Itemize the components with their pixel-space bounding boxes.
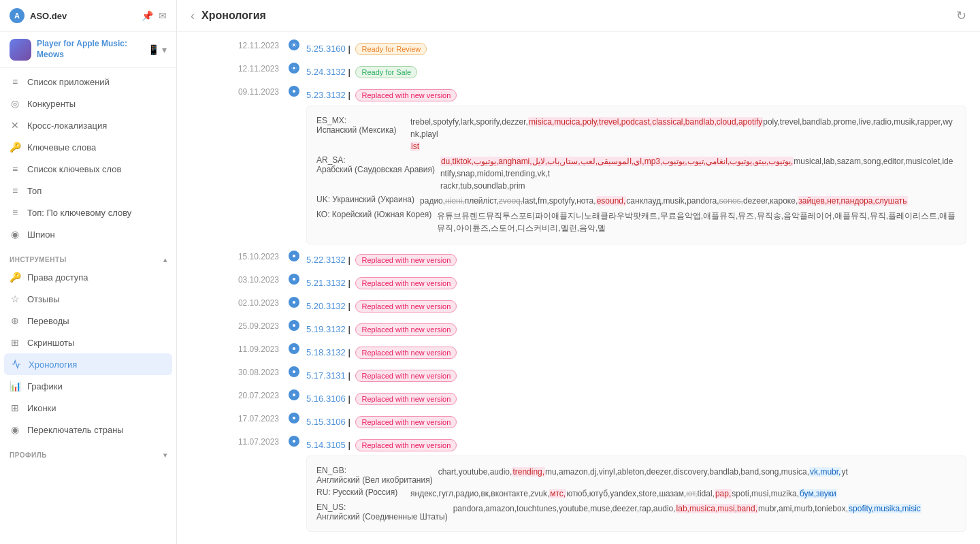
sidebar-item-country[interactable]: ◉ Переключатель страны (0, 419, 176, 441)
timeline-dot (289, 413, 299, 423)
timeline-entry: 12.11.2023 5.24.3132 | Ready for Sale (218, 62, 966, 80)
locale-label: AR_SA:Арабский (Саудовская Аравия) (316, 155, 435, 192)
entry-content: 5.25.3160 | Ready for Review (306, 39, 966, 57)
status-badge: Replaced with new version (355, 323, 457, 336)
locale-row: ES_MX:Испанский (Мексика) trebel,spotyfy… (316, 116, 956, 153)
version-header: 5.24.3132 | Ready for Sale (306, 62, 966, 80)
main-header: ‹ Хронология ↻ (177, 0, 980, 32)
nav-label: Скриншоты (27, 338, 74, 348)
reviews-icon: ☆ (10, 293, 20, 304)
top-kw-icon: ≡ (10, 207, 20, 218)
app-selector[interactable]: Player for Apple Music: Meows 📱 ▾ (0, 32, 176, 68)
version-link[interactable]: 5.25.3160 (306, 44, 346, 54)
profile-collapse-icon[interactable]: ▾ (163, 451, 167, 459)
sidebar-item-competitors[interactable]: ◎ Конкуренты (0, 93, 176, 114)
app-selector-icons: 📱 ▾ (148, 44, 167, 55)
locale-label: EN_US:Английский (Соединенные Штаты) (316, 502, 448, 522)
status-badge: Replaced with new version (355, 393, 457, 405)
nav-label: Иконки (27, 403, 56, 413)
entry-content: 5.20.3132 | Replaced with new version (306, 296, 966, 314)
status-badge: Ready for Sale (355, 66, 417, 78)
version-link[interactable]: 5.21.3132 (306, 278, 346, 288)
timeline-dot (289, 274, 299, 285)
svg-point-11 (293, 440, 295, 443)
sidebar-item-list[interactable]: ≡ Список приложений (0, 71, 176, 93)
locale-label: RU: Русский (Россия) (316, 487, 405, 500)
tools-collapse-icon[interactable]: ▴ (163, 256, 167, 263)
app-info: Player for Apple Music: Meows (37, 39, 142, 60)
entry-content: 5.23.3132 | Replaced with new version ES… (306, 85, 966, 244)
entry-date: 25.09.2023 (218, 319, 279, 331)
version-header: 5.19.3132 | Replaced with new version (306, 319, 966, 337)
entry-date: 12.11.2023 (218, 62, 279, 74)
timeline-dot (289, 86, 299, 97)
svg-point-1 (293, 67, 295, 69)
sidebar-item-top[interactable]: ≡ Топ (0, 180, 176, 202)
sidebar-header: A ASO.dev 📌 ✉ (0, 0, 176, 32)
separator: | (348, 417, 353, 427)
version-link[interactable]: 5.18.3132 (306, 347, 346, 357)
separator: | (348, 301, 353, 311)
version-link[interactable]: 5.19.3132 (306, 324, 346, 334)
refresh-button[interactable]: ↻ (956, 8, 966, 23)
version-header: 5.17.3131 | Replaced with new version (306, 366, 966, 383)
nav-label: Переключатель страны (27, 425, 124, 435)
sidebar-item-reviews[interactable]: ☆ Отзывы (0, 288, 176, 310)
locale-row: AR_SA:Арабский (Саудовская Аравия) du,ti… (316, 155, 956, 192)
version-link[interactable]: 5.22.3132 (306, 255, 346, 265)
nav-label: Хронология (29, 359, 77, 370)
version-link[interactable]: 5.20.3132 (306, 301, 346, 311)
nav-label: Ключевые слова (27, 142, 96, 153)
entry-content: 5.21.3132 | Replaced with new version (306, 273, 966, 291)
entry-date: 02.10.2023 (218, 296, 279, 308)
sidebar-item-charts[interactable]: 📊 Графики (0, 375, 176, 397)
entry-date: 03.10.2023 (218, 273, 279, 285)
entry-content: 5.14.3105 | Replaced with new version EN… (306, 435, 966, 532)
locale-keywords: chart,youtube,audio,trending,mu,amazon,d… (438, 466, 848, 485)
sidebar-item-keywords-list[interactable]: ≡ Список ключевых слов (0, 158, 176, 180)
sidebar-item-translations[interactable]: ⊕ Переводы (0, 310, 176, 332)
version-header: 5.20.3132 | Replaced with new version (306, 296, 966, 314)
sidebar-item-cross[interactable]: ✕ Кросс-локализация (0, 114, 176, 136)
version-header: 5.25.3160 | Ready for Review (306, 39, 966, 57)
version-link[interactable]: 5.17.3131 (306, 370, 346, 381)
timeline-dot (289, 320, 299, 331)
tools-nav: ИНСТРУМЕНТЫ ▴ 🔑 Права доступа ☆ Отзывы ⊕… (0, 248, 176, 443)
status-badge: Replaced with new version (355, 347, 457, 359)
timeline-entry: 09.11.2023 5.23.3132 | Replaced with new… (218, 85, 966, 244)
sidebar-item-access[interactable]: 🔑 Права доступа (0, 266, 176, 288)
page-title: Хронология (201, 10, 949, 22)
back-button[interactable]: ‹ (191, 9, 195, 23)
status-badge: Replaced with new version (355, 254, 457, 266)
version-link[interactable]: 5.14.3105 (306, 440, 346, 450)
mail-icon[interactable]: ✉ (159, 10, 167, 21)
nav-label: Шпион (27, 229, 55, 240)
app-logo: A (10, 8, 24, 23)
nav-label: Права доступа (27, 272, 88, 283)
sidebar-item-spy[interactable]: ◉ Шпион (0, 223, 176, 245)
version-link[interactable]: 5.15.3106 (306, 417, 346, 427)
pin-icon[interactable]: 📌 (142, 10, 153, 21)
nav-label: Отзывы (27, 294, 60, 304)
version-link[interactable]: 5.23.3132 (306, 90, 346, 100)
locale-row: EN_US:Английский (Соединенные Штаты) pan… (316, 502, 956, 522)
nav-label: Переводы (27, 316, 69, 326)
locale-row: UK: Украинский (Украина) радио,ніені,пле… (316, 195, 956, 207)
chevron-down-icon[interactable]: ▾ (162, 44, 167, 55)
locale-row: RU: Русский (Россия) яндекс,гугл,радио,в… (316, 487, 956, 500)
locale-keywords: trebel,spotyfy,lark,sporify,dezzer,misic… (410, 116, 956, 153)
entry-date: 09.11.2023 (218, 85, 279, 97)
svg-point-9 (293, 394, 295, 396)
sidebar-item-icons[interactable]: ⊞ Иконки (0, 397, 176, 419)
locale-label: EN_GB:Английский (Вел икобритания) (316, 466, 433, 485)
sidebar-item-screenshots[interactable]: ⊞ Скриншоты (0, 332, 176, 353)
sidebar-item-keywords[interactable]: 🔑 Ключевые слова (0, 136, 176, 158)
version-link[interactable]: 5.24.3132 (306, 67, 346, 77)
spy-icon: ◉ (10, 229, 20, 240)
nav-label: Список ключевых слов (27, 164, 121, 174)
sidebar-item-chronology[interactable]: Хронология (4, 353, 172, 375)
sidebar-item-top-keyword[interactable]: ≡ Топ: По ключевому слову (0, 202, 176, 223)
version-header: 5.22.3132 | Replaced with new version (306, 250, 966, 268)
version-link[interactable]: 5.16.3106 (306, 394, 346, 404)
charts-icon: 📊 (10, 381, 20, 391)
